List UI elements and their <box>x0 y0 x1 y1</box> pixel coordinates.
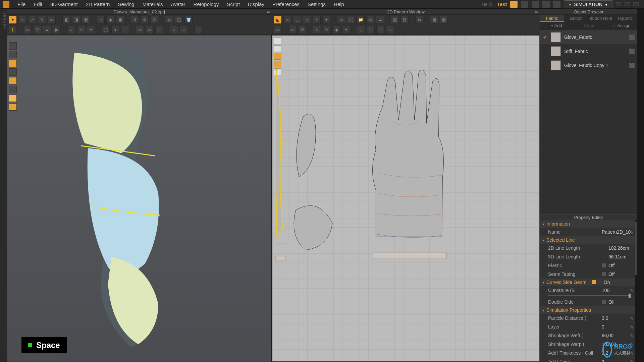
menu-script[interactable]: Script <box>223 0 244 8</box>
tool2d-grid[interactable]: ▦ <box>430 16 438 24</box>
tool3d-12[interactable]: ⟲ <box>141 16 149 24</box>
menu-avatar[interactable]: Avatar <box>167 0 190 8</box>
curvature-slider[interactable] <box>548 295 631 296</box>
striped-icon[interactable] <box>629 49 635 54</box>
tool2db-3[interactable]: ⚒ <box>298 26 306 34</box>
tool2db-7[interactable]: ✦ <box>342 26 350 34</box>
tool3d-11[interactable]: ↺ <box>131 16 139 24</box>
side-strip[interactable]: LIBRARY HISTORY MODULAR CONFIGURATOR <box>0 9 7 362</box>
tool2db-4[interactable]: ↖ <box>313 26 321 34</box>
prop-doubleside[interactable]: Double SideOff <box>540 298 637 306</box>
tool3d-4[interactable]: ▭ <box>48 16 56 24</box>
section-selected-line[interactable]: Selected Line <box>540 236 637 244</box>
tool2db-10[interactable]: ◠ <box>376 26 384 34</box>
tool2d-7[interactable]: ◯ <box>347 16 355 24</box>
section-curved-side[interactable]: Curved Side Geom On <box>540 279 637 286</box>
menu-edit[interactable]: Edit <box>30 0 46 8</box>
tool3d-6[interactable]: ◨ <box>72 16 80 24</box>
tool3db-16[interactable]: ↔ <box>195 26 203 34</box>
pencil-icon[interactable]: ✎ <box>630 316 635 320</box>
tool2d-1[interactable]: ∿ <box>283 16 291 24</box>
tool3d-7[interactable]: ◩ <box>82 16 90 24</box>
tool2d-8[interactable]: 📁 <box>357 16 365 24</box>
tool2d-grid2[interactable]: ▦ <box>440 16 448 24</box>
menu-help[interactable]: Help <box>330 0 348 8</box>
vt3d-3[interactable] <box>9 60 17 67</box>
tool3db-14[interactable]: ≡ <box>170 26 178 34</box>
vt3d-8[interactable] <box>9 103 17 111</box>
prop-elastic[interactable]: ElasticOff <box>540 261 637 270</box>
viewport-3d[interactable]: Space Version : 6.0.351 (r32317) <box>7 35 271 362</box>
prop-particledist[interactable]: Particle Distance (3,0✎ <box>540 314 637 322</box>
window-close[interactable] <box>633 2 639 6</box>
help-icon[interactable] <box>542 1 550 8</box>
tool3db-15[interactable]: ≡ <box>180 26 188 34</box>
striped-icon[interactable] <box>629 35 635 40</box>
menu-materials[interactable]: Materials <box>139 0 167 8</box>
tool2d-12[interactable]: ▤ <box>400 16 409 24</box>
tool3d-15[interactable]: ◫ <box>175 16 183 24</box>
prop-layer[interactable]: Layer0✎ <box>540 322 637 331</box>
pencil-icon[interactable]: ✎ <box>630 324 635 329</box>
simulation-dropdown[interactable]: SIMULATION▾ <box>564 0 612 8</box>
tool3d-2[interactable]: ↗ <box>28 16 36 24</box>
expand-icon[interactable]: ⧉ <box>267 10 270 14</box>
tool2d-3[interactable]: ↗ <box>303 16 311 24</box>
tool3d-3[interactable]: ✎ <box>38 16 46 24</box>
vt3d-5[interactable] <box>9 77 17 84</box>
menu-sewing[interactable]: Sewing <box>114 0 138 8</box>
fabric-item-2[interactable]: Glove_Fabric Copy 1 <box>540 58 637 72</box>
tool2d-4[interactable]: ∠ <box>313 16 321 24</box>
tool2db-6[interactable]: ◆ <box>332 26 340 34</box>
tool2d-13[interactable]: ⇆ <box>415 16 423 24</box>
tool3d-10[interactable]: ▣ <box>116 16 124 24</box>
tool2d-2[interactable]: ⎯ <box>293 16 301 24</box>
menu-settings[interactable]: Settings <box>304 0 330 8</box>
fabric-item-0[interactable]: ✔ Glove_Fabric <box>540 30 637 44</box>
tool3d-14[interactable]: ⇆ <box>165 16 173 24</box>
menu-3d-garment[interactable]: 3D Garment <box>46 0 82 8</box>
vt3d-7[interactable] <box>9 95 17 102</box>
tool3db-2[interactable]: ▽ <box>33 26 41 34</box>
pencil-icon[interactable]: ✎ <box>630 333 635 338</box>
tool2db-2[interactable]: ▭ <box>288 26 297 34</box>
expand-icon-2d[interactable]: ⧉ <box>535 10 538 14</box>
tool2d-9[interactable]: 🗂 <box>366 16 374 24</box>
cloud-icon[interactable] <box>510 1 518 8</box>
add-button[interactable]: + Add <box>540 22 573 30</box>
tool2db-11[interactable]: ∿ <box>386 26 394 34</box>
tool3d-16[interactable]: 👕 <box>184 16 193 24</box>
tool3db-12[interactable]: ▭ <box>146 26 154 34</box>
fabric-item-1[interactable]: Stiff_Fabric <box>540 44 637 58</box>
section-information[interactable]: Information <box>540 220 637 228</box>
tool3d-13[interactable]: 🏷 <box>150 16 158 24</box>
tool3db-3[interactable]: ▲ <box>43 26 51 34</box>
vt3d-2[interactable] <box>9 51 17 58</box>
tool3d-1[interactable]: ↖ <box>18 16 26 24</box>
user-name[interactable]: Test <box>497 1 507 7</box>
sound-icon[interactable] <box>521 1 528 8</box>
tool2db-1[interactable]: ▭ <box>274 26 282 34</box>
tool3db-4[interactable]: ▶ <box>53 26 61 34</box>
vt3d-6[interactable] <box>9 86 17 93</box>
pencil-icon[interactable]: ✎ <box>630 230 635 234</box>
tool3db-avatar[interactable]: 🚶 <box>9 26 17 34</box>
profile-icon[interactable] <box>532 1 539 8</box>
tool3db-1[interactable]: ▭ <box>23 26 32 34</box>
tool3d-9[interactable]: ◆ <box>106 16 114 24</box>
vt3d-1[interactable] <box>9 42 17 50</box>
tool3db-11[interactable]: ▭ <box>136 26 144 34</box>
pencil-icon[interactable]: ✎ <box>630 359 635 362</box>
menu-preferences[interactable]: Preferences <box>268 0 304 8</box>
tool3d-select-icon[interactable]: ▾ <box>9 16 17 24</box>
menu-display[interactable]: Display <box>244 0 268 8</box>
tab-buttonhole[interactable]: Button Hole <box>589 15 613 22</box>
tool2d-6[interactable]: ▭ <box>337 16 345 24</box>
prop-shrinkweft[interactable]: Shrinkage Weft (96,00✎ <box>540 331 637 340</box>
tool3d-5[interactable]: ◧ <box>62 16 70 24</box>
tool2db-9[interactable]: ⋯ <box>367 26 375 34</box>
section-simprops[interactable]: Simulation Properties <box>540 306 637 314</box>
tool3db-13[interactable]: ⬚ <box>155 26 163 34</box>
tool3db-9[interactable]: ● <box>111 26 119 34</box>
menu-2d-pattern[interactable]: 2D Pattern <box>82 0 114 8</box>
